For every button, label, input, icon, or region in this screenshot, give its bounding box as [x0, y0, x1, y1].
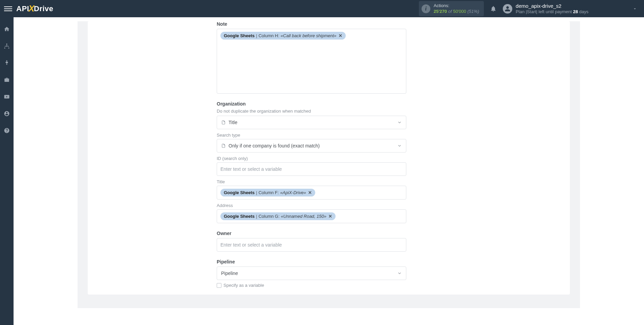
- title-chip[interactable]: Google Sheets | Column F: «ApiX-Drive» ✕: [220, 189, 315, 196]
- organization-sub: Do not duplicate the organization when m…: [217, 109, 406, 114]
- title-label: Title: [217, 179, 406, 184]
- checkbox-icon: [217, 283, 221, 288]
- organization-match-select[interactable]: Title: [217, 116, 406, 129]
- inner-panel: Note Google Sheets | Column H: «Call bac…: [88, 21, 570, 295]
- actions-of: of: [448, 9, 452, 14]
- actions-used: 25'270: [434, 9, 447, 14]
- avatar-icon: [503, 4, 512, 14]
- sidebar-connections[interactable]: [0, 41, 14, 51]
- actions-counter[interactable]: i Actions: 25'270 of 50'000 (51%): [419, 1, 484, 16]
- id-placeholder: Enter text or select a variable: [220, 166, 282, 172]
- title-field[interactable]: Google Sheets | Column F: «ApiX-Drive» ✕: [217, 186, 406, 200]
- id-label: ID (search only): [217, 156, 406, 161]
- sidebar-billing[interactable]: [0, 58, 14, 68]
- form-column: Note Google Sheets | Column H: «Call bac…: [217, 21, 406, 295]
- sidebar: [0, 17, 14, 325]
- chip-source: Google Sheets: [224, 33, 255, 38]
- user-menu[interactable]: demo_apix-drive_s2 Plan |Start| left unt…: [503, 3, 640, 15]
- search-type-select[interactable]: Only if one company is found (exact matc…: [217, 139, 406, 153]
- owner-placeholder: Enter text or select a variable: [220, 242, 282, 248]
- note-chip[interactable]: Google Sheets | Column H: «Call back bef…: [220, 32, 346, 40]
- sidebar-briefcase[interactable]: [0, 75, 14, 85]
- chip-column: Column G:: [258, 214, 279, 219]
- main-area: Note Google Sheets | Column H: «Call bac…: [14, 21, 644, 325]
- chip-value: «Unnamed Road, 150»: [281, 214, 326, 219]
- sidebar-help[interactable]: [0, 125, 14, 136]
- note-field[interactable]: Google Sheets | Column H: «Call back bef…: [217, 29, 406, 94]
- document-icon: [221, 143, 226, 148]
- chip-remove-icon[interactable]: ✕: [308, 190, 312, 195]
- chip-separator: |: [256, 214, 257, 219]
- info-icon: i: [422, 4, 430, 13]
- user-text: demo_apix-drive_s2 Plan |Start| left unt…: [516, 3, 588, 15]
- user-plan: Plan |Start| left until payment 28 days: [516, 9, 588, 15]
- pipeline-heading: Pipeline: [217, 259, 406, 264]
- user-name: demo_apix-drive_s2: [516, 3, 588, 9]
- logo-part-api: API: [16, 4, 29, 13]
- id-field[interactable]: Enter text or select a variable: [217, 162, 406, 176]
- organization-match-value: Title: [229, 120, 237, 125]
- chevron-down-icon: [397, 271, 402, 276]
- document-icon: [221, 120, 226, 125]
- chip-remove-icon[interactable]: ✕: [339, 33, 342, 38]
- actions-text: Actions: 25'270 of 50'000 (51%): [434, 3, 479, 14]
- sidebar-account[interactable]: [0, 109, 14, 119]
- menu-toggle[interactable]: [4, 5, 12, 13]
- outer-panel: Note Google Sheets | Column H: «Call bac…: [78, 21, 580, 308]
- chip-source: Google Sheets: [224, 214, 255, 219]
- pipeline-variable-checkbox[interactable]: Specify as a variable: [217, 283, 406, 288]
- owner-heading: Owner: [217, 231, 406, 236]
- note-heading: Note: [217, 21, 406, 27]
- chip-value: «ApiX-Drive»: [280, 190, 306, 195]
- address-chip[interactable]: Google Sheets | Column G: «Unnamed Road,…: [220, 212, 336, 220]
- chip-separator: |: [256, 190, 257, 195]
- chip-column: Column F:: [258, 190, 279, 195]
- chip-remove-icon[interactable]: ✕: [328, 214, 332, 219]
- sidebar-home[interactable]: [0, 24, 14, 34]
- sidebar-video[interactable]: [0, 92, 14, 102]
- pipeline-checkbox-label: Specify as a variable: [223, 283, 264, 288]
- actions-label: Actions:: [434, 3, 479, 8]
- chevron-down-icon: [397, 120, 402, 125]
- organization-heading: Organization: [217, 101, 406, 107]
- search-type-label: Search type: [217, 133, 406, 138]
- app-header: API X Drive i Actions: 25'270 of 50'000 …: [0, 0, 644, 17]
- search-type-value: Only if one company is found (exact matc…: [229, 143, 320, 148]
- logo[interactable]: API X Drive: [16, 3, 53, 14]
- notifications-icon[interactable]: [490, 5, 497, 12]
- chip-column: Column H:: [258, 33, 279, 38]
- chevron-down-icon: [397, 143, 402, 148]
- chip-separator: |: [256, 33, 257, 38]
- chip-value: «Call back before shipment»: [281, 33, 337, 38]
- actions-pct: (51%): [467, 9, 479, 14]
- logo-part-drive: Drive: [34, 4, 53, 13]
- address-label: Address: [217, 203, 406, 208]
- actions-total: 50'000: [453, 9, 466, 14]
- chip-source: Google Sheets: [224, 190, 255, 195]
- address-field[interactable]: Google Sheets | Column G: «Unnamed Road,…: [217, 209, 406, 223]
- pipeline-select[interactable]: Pipeline: [217, 266, 406, 280]
- owner-field[interactable]: Enter text or select a variable: [217, 238, 406, 252]
- pipeline-value: Pipeline: [221, 271, 238, 276]
- chevron-down-icon: [592, 6, 640, 11]
